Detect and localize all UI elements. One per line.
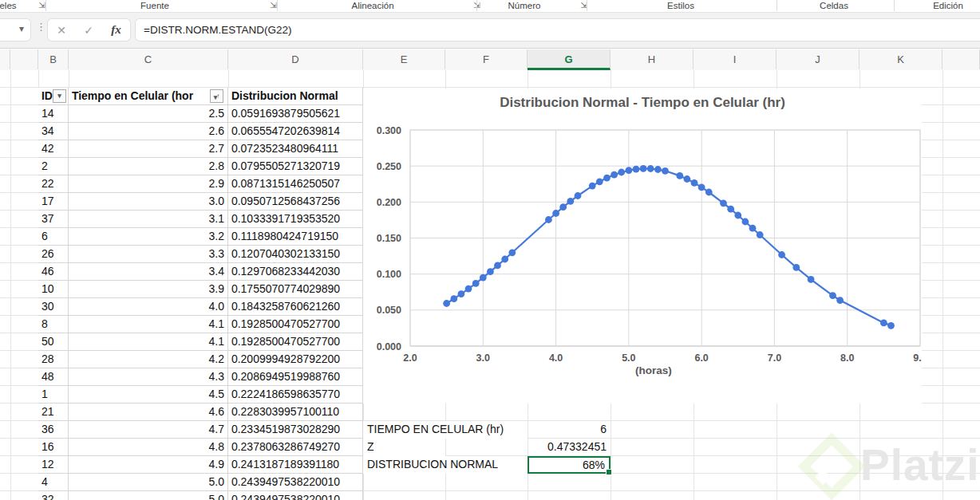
table-row-id[interactable]: 34: [38, 123, 69, 140]
table-row-id[interactable]: 1: [38, 386, 69, 404]
table-row-distribucion[interactable]: 0.1118980424719150: [228, 228, 363, 246]
table-row-id[interactable]: 16: [38, 439, 69, 456]
column-header-C[interactable]: C: [69, 49, 228, 69]
formula-input[interactable]: =DISTR.NORM.ESTAND(G22): [136, 19, 980, 41]
table-row-id[interactable]: 4: [38, 474, 69, 491]
table-row-tiempo[interactable]: 4.6: [69, 404, 228, 421]
table-row-tiempo[interactable]: 3.2: [69, 228, 228, 246]
table-row-distribucion[interactable]: 0.1297068233442030: [228, 263, 363, 281]
table-row-tiempo[interactable]: 4.9: [69, 456, 228, 474]
column-header-B[interactable]: B: [38, 49, 69, 69]
selected-cell-g22[interactable]: 68%: [528, 456, 611, 474]
table-row-tiempo[interactable]: 2.8: [69, 158, 228, 175]
table-row-id[interactable]: 28: [38, 351, 69, 368]
chart[interactable]: Distribucion Normal - Tiempo en Celular …: [363, 89, 922, 404]
table-row-id[interactable]: 32: [38, 491, 69, 500]
table-row-tiempo[interactable]: 4.2: [69, 351, 228, 368]
table-row-distribucion[interactable]: 0.1207040302133150: [228, 246, 363, 263]
chevron-down-icon[interactable]: ▾: [19, 23, 24, 34]
table-row-distribucion[interactable]: 0.0795505271320719: [228, 158, 363, 175]
table-row-tiempo[interactable]: 4.8: [69, 439, 228, 456]
fill-handle[interactable]: [606, 469, 612, 475]
table-row-tiempo[interactable]: 2.5: [69, 105, 228, 123]
cell-label-tiempo[interactable]: TIEMPO EN CELULAR (hr): [363, 421, 528, 439]
column-header-K[interactable]: K: [859, 49, 942, 69]
table-row-id[interactable]: 10: [38, 281, 69, 298]
table-row-distribucion[interactable]: 0.2439497538220010: [228, 474, 363, 491]
table-row-distribucion[interactable]: 0.0723523480964111: [228, 140, 363, 158]
table-row-id[interactable]: 42: [38, 140, 69, 158]
table-row-distribucion[interactable]: 0.1928500470527700: [228, 333, 363, 351]
table-row-tiempo[interactable]: 3.1: [69, 211, 228, 228]
table-row-tiempo[interactable]: 2.9: [69, 175, 228, 193]
table-row-tiempo[interactable]: 4.1: [69, 316, 228, 333]
filter-sort-asc-icon[interactable]: ▾↑: [210, 89, 223, 103]
table-row-id[interactable]: 12: [38, 456, 69, 474]
table-header-distribucion[interactable]: Distribucion Normal: [228, 88, 363, 105]
table-row-id[interactable]: 37: [38, 211, 69, 228]
table-row-tiempo[interactable]: 4.7: [69, 421, 228, 439]
table-row-id[interactable]: 48: [38, 368, 69, 386]
table-row-id[interactable]: 14: [38, 105, 69, 123]
table-row-id[interactable]: 17: [38, 193, 69, 211]
cell-value-tiempo[interactable]: 6: [528, 421, 611, 439]
cell-label-z[interactable]: Z: [363, 439, 445, 456]
table-row-id[interactable]: 46: [38, 263, 69, 281]
table-row-id[interactable]: 26: [38, 246, 69, 263]
table-row-distribucion[interactable]: 0.1033391719353520: [228, 211, 363, 228]
table-row-tiempo[interactable]: 3.0: [69, 193, 228, 211]
insert-function-icon[interactable]: fx: [111, 23, 121, 37]
table-row-distribucion[interactable]: 0.1928500470527700: [228, 316, 363, 333]
table-row-distribucion[interactable]: 0.2086949519988760: [228, 368, 363, 386]
table-row-distribucion[interactable]: 0.0655547202639814: [228, 123, 363, 140]
table-row-distribucion[interactable]: 0.2334519873028290: [228, 421, 363, 439]
sheet-grid[interactable]: Distribucion Normal - Tiempo en Celular …: [0, 70, 980, 500]
table-row-id[interactable]: 22: [38, 175, 69, 193]
cell-value-z[interactable]: 0.47332451: [528, 439, 611, 456]
table-row-tiempo[interactable]: 4.1: [69, 333, 228, 351]
table-row-distribucion[interactable]: 0.0871315146250507: [228, 175, 363, 193]
table-row-id[interactable]: 36: [38, 421, 69, 439]
table-row-tiempo[interactable]: 2.7: [69, 140, 228, 158]
column-header-J[interactable]: J: [776, 49, 859, 69]
table-row-tiempo[interactable]: 2.6: [69, 123, 228, 140]
cancel-icon[interactable]: ✕: [57, 24, 66, 37]
filter-dropdown-icon[interactable]: ▾: [53, 89, 66, 103]
table-row-distribucion[interactable]: 0.1755070774029890: [228, 281, 363, 298]
table-row-distribucion[interactable]: 0.0591693879505621: [228, 105, 363, 123]
table-row-tiempo[interactable]: 4.0: [69, 298, 228, 316]
table-row-tiempo[interactable]: 5.0: [69, 474, 228, 491]
table-header-tiempo[interactable]: Tiempo en Celular (hor▾↑: [69, 88, 228, 105]
table-row-id[interactable]: 30: [38, 298, 69, 316]
column-header-I[interactable]: I: [694, 49, 776, 69]
table-row-tiempo[interactable]: 3.3: [69, 246, 228, 263]
column-header-E[interactable]: E: [363, 49, 445, 69]
table-row-tiempo[interactable]: 3.9: [69, 281, 228, 298]
table-row-distribucion[interactable]: 0.2439497538220010: [228, 491, 363, 500]
column-header-H[interactable]: H: [611, 49, 694, 69]
table-row-distribucion[interactable]: 0.0950712568437256: [228, 193, 363, 211]
table-row-distribucion[interactable]: 0.1843258760621260: [228, 298, 363, 316]
table-row-id[interactable]: 6: [38, 228, 69, 246]
table-row-distribucion[interactable]: 0.2283039957100110: [228, 404, 363, 421]
column-header-D[interactable]: D: [228, 49, 363, 69]
name-box[interactable]: ▾: [0, 19, 30, 41]
table-row-distribucion[interactable]: 0.2224186598635770: [228, 386, 363, 404]
table-row-tiempo[interactable]: 3.4: [69, 263, 228, 281]
table-header-id[interactable]: ID▾: [38, 88, 69, 105]
column-header-G[interactable]: G: [528, 49, 611, 70]
table-row-distribucion[interactable]: 0.2413187189391180: [228, 456, 363, 474]
table-row-tiempo[interactable]: 5.0: [69, 491, 228, 500]
table-row-id[interactable]: 2: [38, 158, 69, 175]
enter-icon[interactable]: ✓: [84, 24, 93, 37]
table-row-distribucion[interactable]: 0.2009994928792200: [228, 351, 363, 368]
drag-handle-icon[interactable]: ⋮: [36, 21, 46, 33]
table-row-distribucion[interactable]: 0.2378063286749270: [228, 439, 363, 456]
table-row-id[interactable]: 50: [38, 333, 69, 351]
table-row-id[interactable]: 8: [38, 316, 69, 333]
cell-label-distribucion[interactable]: DISTRIBUCION NORMAL: [363, 456, 528, 474]
table-row-id[interactable]: 21: [38, 404, 69, 421]
table-row-tiempo[interactable]: 4.3: [69, 368, 228, 386]
column-header-F[interactable]: F: [445, 49, 528, 69]
table-row-tiempo[interactable]: 4.5: [69, 386, 228, 404]
